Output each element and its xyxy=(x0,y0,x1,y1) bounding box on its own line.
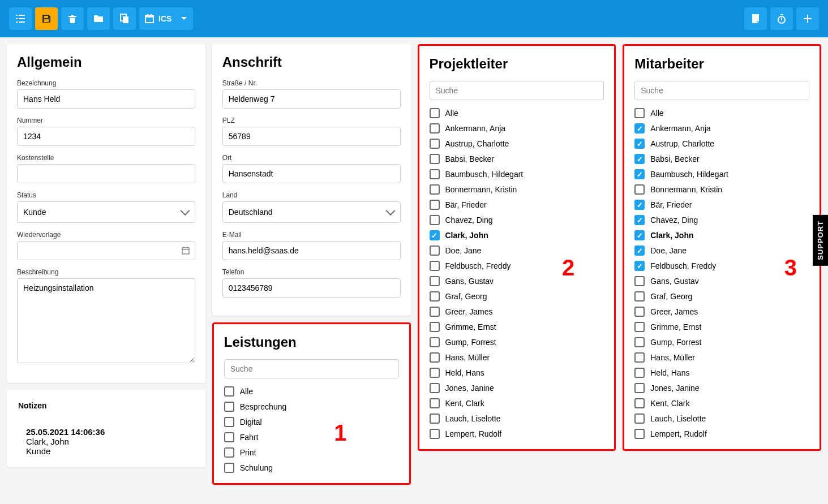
folder-button[interactable] xyxy=(87,7,110,30)
checkbox[interactable] xyxy=(634,154,645,164)
check-item[interactable]: Clark, John xyxy=(634,230,809,240)
checkbox[interactable] xyxy=(430,154,440,164)
check-item[interactable]: Greer, James xyxy=(430,307,604,317)
checkbox[interactable] xyxy=(634,169,645,179)
check-item[interactable]: Hans, Müller xyxy=(430,352,604,363)
checkbox[interactable] xyxy=(430,184,440,195)
telefon-input[interactable] xyxy=(222,278,401,298)
check-item[interactable]: Chavez, Ding xyxy=(430,215,604,225)
check-item[interactable]: Jones, Janine xyxy=(634,383,809,393)
checkbox[interactable] xyxy=(224,432,234,442)
status-select[interactable]: Kunde xyxy=(17,201,195,223)
checkbox[interactable] xyxy=(634,139,645,149)
strasse-input[interactable] xyxy=(222,89,401,109)
check-item[interactable]: Kent, Clark xyxy=(634,398,809,408)
timer-button[interactable] xyxy=(770,7,793,30)
wiedervorlage-input[interactable] xyxy=(17,241,195,260)
check-item[interactable]: Baumbusch, Hildegart xyxy=(430,169,604,179)
leistungen-search[interactable] xyxy=(224,359,399,378)
mitarbeiter-search[interactable] xyxy=(634,81,809,100)
check-item[interactable]: Digital xyxy=(224,417,399,427)
checkbox[interactable] xyxy=(430,398,440,408)
ort-input[interactable] xyxy=(222,164,401,183)
checkbox[interactable] xyxy=(634,368,645,378)
checkbox[interactable] xyxy=(430,261,440,271)
check-item[interactable]: Bonnermann, Kristin xyxy=(430,184,604,195)
check-item[interactable]: Print xyxy=(224,447,399,458)
checkbox[interactable] xyxy=(634,230,645,240)
check-item[interactable]: Lauch, Liselotte xyxy=(430,413,604,424)
check-item[interactable]: Kent, Clark xyxy=(430,398,604,408)
checkbox[interactable] xyxy=(430,200,440,210)
nummer-input[interactable] xyxy=(17,127,195,146)
checkbox[interactable] xyxy=(224,417,234,427)
checkbox[interactable] xyxy=(430,352,440,363)
land-select[interactable]: Deutschland xyxy=(222,201,401,223)
checkbox[interactable] xyxy=(634,123,645,133)
check-item[interactable]: Besprechung xyxy=(224,402,399,412)
check-item[interactable]: Doe, Jane xyxy=(430,245,604,256)
copy-button[interactable] xyxy=(113,7,136,30)
check-item[interactable]: Austrup, Charlotte xyxy=(634,139,809,149)
check-item[interactable]: Grimme, Ernst xyxy=(634,322,809,332)
checkbox[interactable] xyxy=(224,447,234,458)
check-item[interactable]: Ankermann, Anja xyxy=(430,123,604,133)
checkbox[interactable] xyxy=(634,200,645,210)
add-button[interactable] xyxy=(796,7,819,30)
checkbox[interactable] xyxy=(634,413,645,424)
checkbox[interactable] xyxy=(430,139,440,149)
checkbox[interactable] xyxy=(634,215,645,225)
checkbox[interactable] xyxy=(634,337,645,347)
checkbox[interactable] xyxy=(634,352,645,363)
checkbox[interactable] xyxy=(224,463,234,473)
check-item[interactable]: Feldbusch, Freddy xyxy=(634,261,809,271)
checkbox[interactable] xyxy=(634,291,645,301)
check-item[interactable]: Bär, Frieder xyxy=(430,200,604,210)
check-item[interactable]: Graf, Georg xyxy=(430,291,604,301)
checkbox[interactable] xyxy=(430,307,440,317)
checkbox[interactable] xyxy=(430,429,440,439)
checkbox[interactable] xyxy=(224,386,234,397)
checkbox[interactable] xyxy=(430,215,440,225)
list-button[interactable] xyxy=(9,7,32,30)
check-item[interactable]: Hans, Müller xyxy=(634,352,809,363)
check-item[interactable]: Graf, Georg xyxy=(634,291,809,301)
checkbox[interactable] xyxy=(634,261,645,271)
note-button[interactable] xyxy=(744,7,767,30)
check-item[interactable]: Doe, Jane xyxy=(634,245,809,256)
check-item[interactable]: Greer, James xyxy=(634,307,809,317)
checkbox[interactable] xyxy=(430,169,440,179)
plz-input[interactable] xyxy=(222,127,401,146)
check-item[interactable]: Gump, Forrest xyxy=(634,337,809,347)
checkbox[interactable] xyxy=(634,398,645,408)
checkbox[interactable] xyxy=(430,413,440,424)
checkbox[interactable] xyxy=(430,108,440,118)
checkbox[interactable] xyxy=(634,184,645,195)
beschreibung-textarea[interactable]: Heizungsinstallation xyxy=(17,278,195,363)
check-item[interactable]: Babsi, Becker xyxy=(634,154,809,164)
check-item[interactable]: Alle xyxy=(224,386,399,397)
check-item[interactable]: Gans, Gustav xyxy=(430,276,604,286)
projektleiter-search[interactable] xyxy=(430,81,604,100)
check-item[interactable]: Clark, John xyxy=(430,230,604,240)
checkbox[interactable] xyxy=(634,108,645,118)
ics-dropdown[interactable]: ICS xyxy=(139,7,193,30)
checkbox[interactable] xyxy=(430,337,440,347)
check-item[interactable]: Alle xyxy=(634,108,809,118)
bezeichnung-input[interactable] xyxy=(17,89,195,109)
checkbox[interactable] xyxy=(634,245,645,256)
check-item[interactable]: Fahrt xyxy=(224,432,399,442)
checkbox[interactable] xyxy=(634,276,645,286)
checkbox[interactable] xyxy=(430,230,440,240)
kostenstelle-input[interactable] xyxy=(17,164,195,183)
checkbox[interactable] xyxy=(430,245,440,256)
checkbox[interactable] xyxy=(430,291,440,301)
check-item[interactable]: Chavez, Ding xyxy=(634,215,809,225)
checkbox[interactable] xyxy=(430,368,440,378)
checkbox[interactable] xyxy=(430,276,440,286)
checkbox[interactable] xyxy=(634,322,645,332)
checkbox[interactable] xyxy=(634,307,645,317)
check-item[interactable]: Baumbusch, Hildegart xyxy=(634,169,809,179)
check-item[interactable]: Held, Hans xyxy=(430,368,604,378)
check-item[interactable]: Lempert, Rudolf xyxy=(430,429,604,439)
